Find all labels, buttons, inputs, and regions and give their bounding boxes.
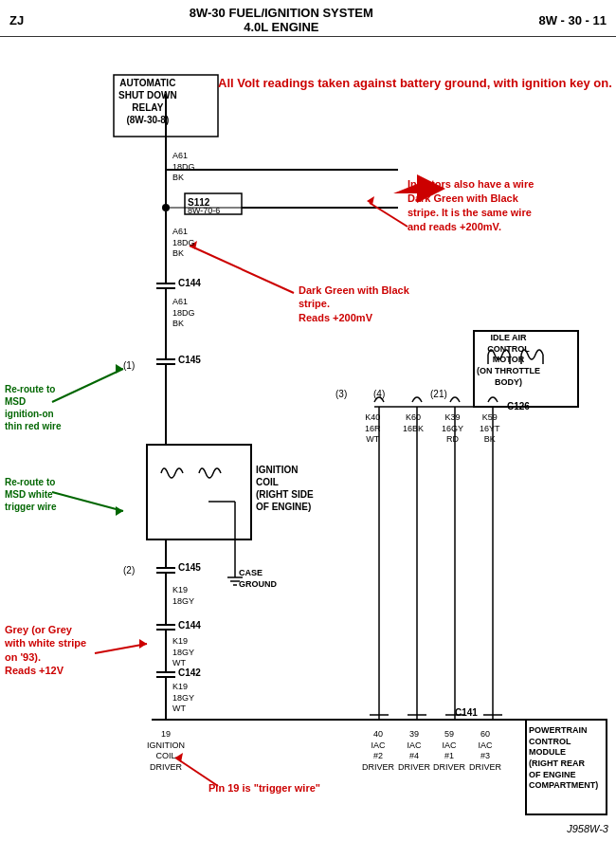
reroute-white-annotation: Re-route toMSD whitetrigger wire: [5, 476, 56, 513]
c144-label-1: C144: [178, 277, 201, 289]
svg-line-63: [95, 644, 147, 653]
wire-a61-1: A6118DGBK: [172, 151, 195, 184]
header-center: 8W-30 FUEL/IGNITION SYSTEM 4.0L ENGINE: [190, 6, 373, 34]
svg-line-54: [190, 246, 294, 293]
relay-label: AUTOMATICSHUT DOWNRELAY(8W-30-8): [118, 77, 177, 126]
main-note: All Volt readings taken against battery …: [218, 75, 612, 92]
page-header: ZJ 8W-30 FUEL/IGNITION SYSTEM 4.0L ENGIN…: [0, 0, 616, 37]
wire-a61-2: A6118DGBK: [172, 227, 195, 260]
svg-line-61: [52, 492, 123, 511]
conn-21: (21): [430, 388, 447, 400]
grey-wire-annotation: Grey (or Greywith white stripeon '93).Re…: [5, 623, 86, 677]
svg-line-56: [370, 203, 408, 227]
wire-k19-3: K1918GYWT: [172, 682, 194, 715]
case-ground-label: CASEGROUND: [239, 568, 277, 590]
conn-3: (3): [335, 388, 347, 400]
injector-annotation: Injectors also have a wireDark Green wit…: [408, 177, 534, 233]
wire-k40: K4016RWT: [365, 412, 381, 446]
wire-k39: K3916GYRD: [442, 412, 463, 446]
header-left: ZJ: [9, 13, 24, 27]
page-container: ZJ 8W-30 FUEL/IGNITION SYSTEM 4.0L ENGIN…: [0, 0, 616, 841]
header-right: 8W - 30 - 11: [538, 13, 607, 27]
svg-line-59: [52, 369, 123, 402]
pin19-annotation: Pin 19 is "trigger wire": [208, 781, 320, 795]
iac-label: IDLE AIRCONTROLMOTOR(ON THROTTLEBODY): [477, 333, 540, 388]
pin-19: 19IGNITIONCOILDRIVER: [147, 729, 185, 774]
svg-marker-64: [139, 639, 147, 649]
pcm-label: POWERTRAINCONTROLMODULE(RIGHT REAROF ENG…: [529, 725, 598, 792]
pin-40: 40IAC#2DRIVER: [362, 729, 394, 774]
svg-marker-62: [116, 506, 123, 516]
pin-39: 39IAC#4DRIVER: [398, 729, 430, 774]
pin-60: 60IAC#3DRIVER: [469, 729, 501, 774]
conn-4: (4): [373, 388, 385, 400]
coil-label: IGNITIONCOIL(RIGHT SIDEOF ENGINE): [256, 464, 314, 513]
c142-label: C142: [178, 667, 201, 679]
diagram-area: All Volt readings taken against battery …: [0, 37, 616, 838]
conn-1: (1): [123, 359, 135, 372]
c141-label: C141: [455, 706, 478, 719]
header-title-line1: 8W-30 FUEL/IGNITION SYSTEM: [190, 6, 373, 20]
c126-label: C126: [507, 400, 530, 412]
svg-marker-57: [367, 196, 374, 205]
c144-label-2: C144: [178, 619, 201, 631]
s112-sub: 8W-70-6: [188, 206, 220, 217]
wire-a61-3: A6118DGBK: [172, 297, 195, 330]
wire-k19-2: K1918GYWT: [172, 636, 194, 669]
dark-green-annotation: Dark Green with Blackstripe.Reads +200mV: [299, 283, 409, 324]
conn-2: (2): [123, 564, 135, 576]
wire-k59: K5916YTBK: [480, 412, 500, 446]
c145-label-2: C145: [178, 561, 201, 574]
header-title-line2: 4.0L ENGINE: [190, 20, 373, 34]
reroute-ignition-annotation: Re-route toMSDignition-onthin red wire: [5, 383, 61, 432]
pin-59: 59IAC#1DRIVER: [433, 729, 465, 774]
footer-ref: J958W-3: [567, 823, 608, 834]
wire-k60: K6016BK: [403, 412, 424, 434]
c145-label-1: C145: [178, 354, 201, 366]
wiring-diagram-svg: [0, 37, 616, 838]
svg-marker-60: [116, 364, 123, 374]
wire-k19-1: K1918GY: [172, 585, 194, 607]
